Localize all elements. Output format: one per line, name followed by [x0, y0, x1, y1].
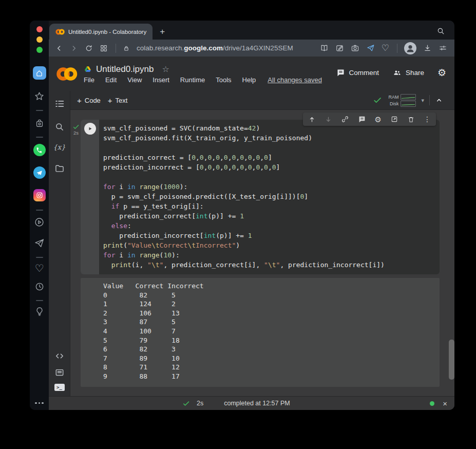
star-icon [34, 91, 45, 102]
move-cell-down-button[interactable] [325, 116, 332, 123]
desktop: ♡ Untitled0.ipynb - Colaboratory + [0, 0, 476, 449]
table-of-contents-button[interactable] [54, 98, 65, 109]
lock-icon[interactable] [123, 45, 130, 52]
status-exec-time: 2s [197, 400, 203, 407]
files-button[interactable] [54, 163, 65, 174]
telegram-icon [36, 170, 43, 176]
add-text-button[interactable]: +Text [108, 97, 128, 104]
capture-icon[interactable] [351, 44, 359, 52]
star-notebook-button[interactable]: ☆ [162, 64, 169, 74]
menu-item-runtime[interactable]: Runtime [180, 76, 205, 84]
reload-button[interactable] [85, 44, 93, 52]
code-cell: svm_clf_poisoned = SVC(random_state=42)s… [81, 120, 440, 274]
menu-item-tools[interactable]: Tools [216, 76, 231, 84]
close-traffic-light[interactable] [36, 26, 43, 32]
forward-button[interactable] [70, 44, 78, 52]
colab-favicon [55, 29, 65, 35]
menu-item-insert[interactable]: Insert [153, 76, 169, 84]
comment-label: Comment [349, 69, 379, 77]
menu-item-file[interactable]: File [84, 76, 94, 84]
paper-plane-icon [34, 238, 45, 249]
address-bar: colab.research.google.com/drive/1a4GXIN2… [49, 40, 454, 57]
notebook-scrollbar-thumb[interactable] [449, 340, 454, 380]
mirror-cell-button[interactable] [390, 115, 398, 123]
minimize-traffic-light[interactable] [36, 36, 43, 43]
person-icon [404, 42, 416, 54]
cell-gutter [81, 120, 99, 274]
ideas-panel-button[interactable] [34, 306, 45, 316]
share-label: Share [406, 69, 424, 77]
command-palette-button[interactable] [54, 367, 65, 378]
edit-page-icon[interactable] [335, 44, 344, 52]
colab-logo[interactable] [55, 66, 79, 82]
code-snippets-button[interactable] [54, 351, 65, 361]
bookmarks-panel-button[interactable] [34, 91, 45, 102]
notebook-title[interactable]: Untitled0.ipynb [96, 64, 154, 74]
browser-main: Untitled0.ipynb - Colaboratory + colab.r… [49, 21, 454, 410]
telegram-button[interactable] [33, 166, 46, 179]
history-panel-button[interactable] [34, 282, 45, 292]
maximize-traffic-light[interactable] [36, 47, 43, 53]
browser-search-button[interactable] [436, 27, 445, 35]
play-icon [87, 126, 93, 132]
favorite-page-icon[interactable]: ♡ [382, 44, 389, 52]
ram-label: RAM [387, 95, 398, 100]
whatsapp-icon [36, 147, 43, 154]
tab-bar: Untitled0.ipynb - Colaboratory + [49, 21, 454, 40]
menu-item-view[interactable]: View [127, 76, 142, 84]
add-code-button[interactable]: +Code [77, 97, 101, 104]
url-field[interactable]: colab.research.google.com/drive/1a4GXIN2… [137, 44, 320, 52]
ram-sparkline [401, 94, 416, 100]
variables-button[interactable]: {x} [53, 143, 66, 151]
comment-cell-button[interactable] [358, 115, 366, 123]
reading-list-icon[interactable] [320, 44, 329, 52]
dock-more-button[interactable] [35, 402, 44, 404]
delete-cell-button[interactable] [407, 116, 415, 123]
colab-left-panel: {x} >_ [49, 91, 70, 396]
copy-link-to-cell-button[interactable] [341, 115, 349, 123]
terminal-button[interactable]: >_ [54, 384, 65, 391]
url-path: /drive/1a4GXIN25SEM [223, 44, 293, 52]
share-page-icon[interactable] [366, 44, 375, 52]
collapse-header-button[interactable] [435, 96, 443, 104]
execution-time: 2s [73, 130, 79, 136]
urlbar-divider [116, 44, 116, 53]
dismiss-status-button[interactable]: × [443, 400, 447, 407]
media-panel-button[interactable] [34, 217, 45, 228]
move-cell-up-button[interactable] [308, 116, 316, 123]
save-status[interactable]: All changes saved [268, 76, 322, 84]
browser-window: ♡ Untitled0.ipynb - Colaboratory + [30, 21, 454, 410]
resource-monitor[interactable]: RAM Disk [387, 94, 416, 107]
settings-sliders-icon[interactable] [439, 44, 447, 52]
instagram-button[interactable] [33, 189, 46, 201]
shopping-panel-button[interactable] [34, 118, 45, 128]
profile-avatar[interactable] [404, 42, 416, 54]
status-green-dot [430, 401, 434, 406]
cell-more-actions-button[interactable]: ⋮ [424, 116, 431, 123]
menu-item-edit[interactable]: Edit [105, 76, 117, 84]
code-editor[interactable]: svm_clf_poisoned = SVC(random_state=42)s… [99, 120, 440, 274]
downloads-icon[interactable] [423, 44, 432, 52]
tab-colaboratory[interactable]: Untitled0.ipynb - Colaboratory [49, 24, 153, 40]
share-button[interactable]: Share [392, 68, 424, 77]
comment-button[interactable]: Comment [336, 68, 379, 77]
cell-settings-gear-button[interactable]: ⚙ [375, 116, 382, 123]
run-cell-button[interactable] [84, 123, 96, 135]
home-panel-button[interactable] [33, 66, 46, 80]
menu-item-help[interactable]: Help [242, 76, 256, 84]
settings-gear-button[interactable]: ⚙ [437, 68, 446, 78]
resources-dropdown-caret[interactable]: ▾ [421, 97, 424, 104]
whatsapp-button[interactable] [33, 144, 46, 156]
send-panel-button[interactable] [34, 238, 45, 249]
find-replace-button[interactable] [54, 122, 65, 132]
speed-dial-icon[interactable] [100, 44, 108, 52]
url-prefix: colab.research. [137, 44, 184, 52]
browser-dock: ♡ [30, 21, 49, 410]
execution-badge: 2s [72, 123, 80, 136]
new-tab-button[interactable]: + [160, 27, 165, 36]
dock-divider [36, 300, 43, 301]
favorites-panel-button[interactable]: ♡ [35, 263, 44, 273]
back-button[interactable] [55, 44, 63, 52]
execution-status-bar: 2s completed at 12:57 PM × [49, 396, 454, 410]
shopping-bag-icon [34, 118, 45, 128]
